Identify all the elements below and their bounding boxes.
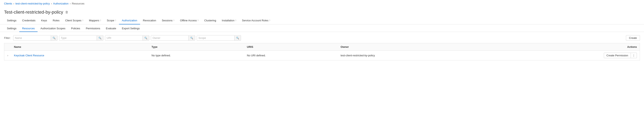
tab-credentials[interactable]: Credentials bbox=[19, 17, 38, 24]
filter-owner-input[interactable] bbox=[151, 35, 188, 41]
primary-tabs: Settings Credentials Keys Roles Client S… bbox=[0, 17, 644, 24]
filter-scope-input[interactable] bbox=[197, 35, 234, 41]
resource-name-link[interactable]: Keycloak Client Resource bbox=[14, 54, 44, 57]
tab-keys[interactable]: Keys bbox=[38, 17, 50, 24]
type-value: No type defined. bbox=[152, 54, 171, 57]
tab-authorization-scopes[interactable]: Authorization Scopes bbox=[38, 25, 68, 32]
tab-permissions[interactable]: Permissions bbox=[83, 25, 103, 32]
filter-type-group: 🔍 bbox=[59, 35, 103, 41]
filter-bar: Filter: 🔍 🔍 🔍 🔍 🔍 Create bbox=[4, 35, 640, 41]
page-title-area: Test-client-restricted-by-policy 🗑 bbox=[0, 7, 644, 17]
page-title: Test-client-restricted-by-policy bbox=[4, 10, 63, 15]
delete-icon[interactable]: 🗑 bbox=[65, 10, 68, 14]
tab-authorization[interactable]: Authorization bbox=[119, 17, 140, 24]
installation-help-icon: ? bbox=[235, 19, 236, 22]
table-row: > Keycloak Client Resource No type defin… bbox=[4, 51, 640, 60]
col-type: Type bbox=[148, 43, 244, 51]
scope-help-icon: ? bbox=[115, 19, 116, 22]
tab-policies[interactable]: Policies bbox=[68, 25, 83, 32]
resources-table: Name Type URIS Owner Actions > Keycloak … bbox=[4, 43, 640, 60]
expand-icon[interactable]: > bbox=[7, 55, 8, 57]
type-cell: No type defined. bbox=[148, 51, 244, 60]
filter-scope-search-button[interactable]: 🔍 bbox=[234, 36, 241, 41]
tab-installation[interactable]: Installation? bbox=[219, 17, 239, 24]
sessions-help-icon: ? bbox=[173, 19, 174, 22]
create-permission-button[interactable]: Create Permission bbox=[604, 53, 631, 58]
name-cell: Keycloak Client Resource bbox=[11, 51, 148, 60]
col-uris: URIS bbox=[244, 43, 338, 51]
service-account-help-icon: ? bbox=[269, 19, 270, 22]
col-expand bbox=[4, 43, 11, 51]
filter-uri-search-button[interactable]: 🔍 bbox=[142, 36, 149, 41]
tab-resources[interactable]: Resources bbox=[19, 25, 38, 32]
kebab-menu-button[interactable]: ⋮ bbox=[631, 53, 637, 58]
tab-roles[interactable]: Roles bbox=[50, 17, 62, 24]
owner-cell: test-client-restricted-by-policy bbox=[338, 51, 491, 60]
col-actions: Actions bbox=[491, 43, 640, 51]
filter-name-search-button[interactable]: 🔍 bbox=[51, 36, 57, 41]
filter-owner-search-button[interactable]: 🔍 bbox=[188, 36, 195, 41]
filter-scope-group: 🔍 bbox=[197, 35, 241, 41]
breadcrumb-client[interactable]: test-client-restricted-by-policy bbox=[16, 2, 50, 5]
expand-cell: > bbox=[4, 51, 11, 60]
tab-evaluate[interactable]: Evaluate bbox=[103, 25, 119, 32]
filter-uri-group: 🔍 bbox=[105, 35, 149, 41]
tab-service-account-roles[interactable]: Service Account Roles? bbox=[239, 17, 273, 24]
col-name: Name bbox=[11, 43, 148, 51]
tab-clustering[interactable]: Clustering bbox=[202, 17, 219, 24]
content-area: Filter: 🔍 🔍 🔍 🔍 🔍 Create Name bbox=[0, 32, 644, 64]
filter-name-group: 🔍 bbox=[13, 35, 58, 41]
create-resource-button[interactable]: Create bbox=[626, 35, 640, 41]
client-scopes-help-icon: ? bbox=[82, 19, 83, 22]
actions-cell: Create Permission ⋮ bbox=[491, 51, 640, 60]
offline-access-help-icon: ? bbox=[197, 19, 198, 22]
col-owner: Owner bbox=[338, 43, 491, 51]
tab-scope[interactable]: Scope? bbox=[104, 17, 119, 24]
tab-sessions[interactable]: Sessions? bbox=[159, 17, 177, 24]
tab-settings[interactable]: Settings bbox=[4, 17, 19, 24]
breadcrumb-authorization[interactable]: Authorization bbox=[53, 2, 68, 5]
filter-type-input[interactable] bbox=[59, 35, 97, 41]
filter-owner-group: 🔍 bbox=[151, 35, 195, 41]
tab-mappers[interactable]: Mappers? bbox=[86, 17, 104, 24]
tab-export-settings[interactable]: Export Settings bbox=[119, 25, 142, 32]
owner-value: test-client-restricted-by-policy bbox=[341, 54, 375, 57]
breadcrumb: Clients › test-client-restricted-by-poli… bbox=[0, 0, 644, 7]
breadcrumb-current: Resources bbox=[72, 2, 84, 5]
mappers-help-icon: ? bbox=[100, 19, 101, 22]
tab-revocation[interactable]: Revocation bbox=[140, 17, 159, 24]
filter-label: Filter: bbox=[4, 36, 11, 40]
tab-client-scopes[interactable]: Client Scopes? bbox=[62, 17, 86, 24]
action-group: Create Permission ⋮ bbox=[604, 53, 637, 58]
filter-name-input[interactable] bbox=[14, 35, 51, 41]
breadcrumb-clients[interactable]: Clients bbox=[4, 2, 12, 5]
uris-value: No URI defined. bbox=[247, 54, 266, 57]
uris-cell: No URI defined. bbox=[244, 51, 338, 60]
filter-type-search-button[interactable]: 🔍 bbox=[97, 36, 103, 41]
tab-offline-access[interactable]: Offline Access? bbox=[177, 17, 202, 24]
tab-settings-secondary[interactable]: Settings bbox=[4, 25, 19, 32]
secondary-tabs: Settings Resources Authorization Scopes … bbox=[0, 25, 644, 32]
filter-uri-input[interactable] bbox=[105, 35, 142, 41]
